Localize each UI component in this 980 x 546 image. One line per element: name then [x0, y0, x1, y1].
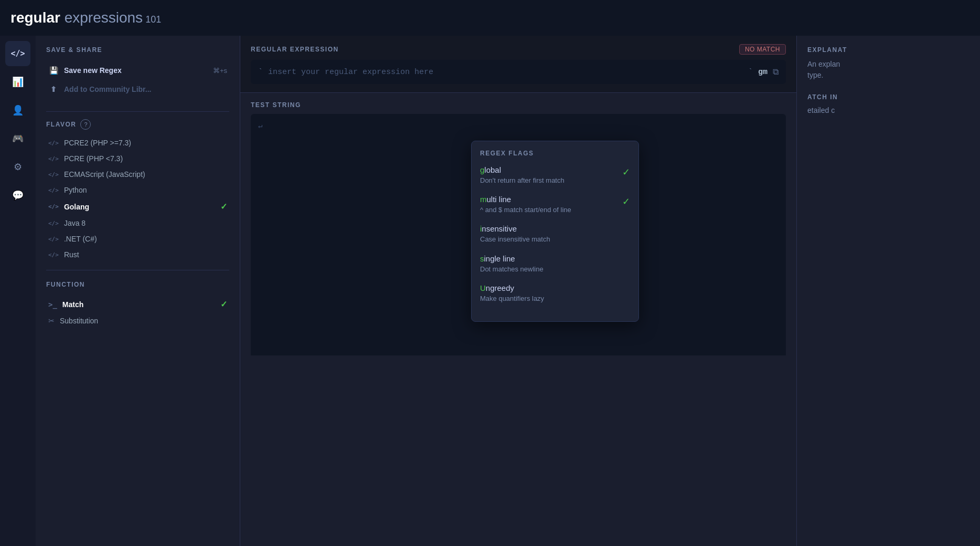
flag-item-singleline[interactable]: single line Dot matches newline [480, 254, 630, 274]
save-share-title: SAVE & SHARE [46, 46, 229, 54]
flag-insensitive-info: insensitive Case insensitive match [480, 224, 550, 244]
flavor-item-dotnet[interactable]: </> .NET (C#) [46, 231, 229, 247]
flag-global-desc: Don't return after first match [480, 176, 564, 185]
upload-icon: ⬆ [48, 84, 59, 94]
check-icon: ✓ [220, 299, 227, 309]
flavor-label: Java 8 [64, 219, 86, 227]
regex-flags[interactable]: gm [758, 68, 768, 77]
flag-insensitive-name: insensitive [480, 224, 550, 233]
save-icon: 💾 [48, 65, 59, 76]
substitution-icon: ✂ [48, 317, 55, 325]
code-bracket-icon: </> [48, 203, 59, 210]
sidebar-code-button[interactable]: </> [5, 41, 30, 66]
sidebar-stats-button[interactable]: 📊 [5, 69, 30, 94]
flavor-item-golang[interactable]: </> Golang ✓ [46, 198, 229, 215]
flag-rest: ulti line [487, 195, 512, 204]
regex-input-bar[interactable]: ` insert your regular expression here ` … [251, 60, 786, 84]
code-bracket-icon: </> [48, 140, 59, 146]
flag-highlight: U [480, 284, 486, 292]
flavor-label: ECMAScript (JavaScript) [64, 170, 145, 178]
function-title: FUNCTION [46, 281, 229, 288]
flags-dropdown: REGEX FLAGS global Don't return after fi… [471, 141, 639, 322]
sidebar-chat-button[interactable]: 💬 [5, 183, 30, 208]
explanation-text: An explantype. [807, 59, 970, 81]
flag-insensitive-desc: Case insensitive match [480, 235, 550, 244]
flag-highlight: m [480, 195, 487, 204]
flag-global-name: global [480, 165, 564, 174]
flavor-item-python[interactable]: </> Python [46, 182, 229, 198]
function-item-substitution[interactable]: ✂ Substitution [46, 313, 229, 329]
flag-ungreedy-desc: Make quantifiers lazy [480, 294, 544, 303]
regex-placeholder: insert your regular expression here [268, 68, 743, 77]
code-bracket-icon: </> [48, 220, 59, 227]
flag-multiline-check: ✓ [622, 196, 630, 207]
flavor-label: Golang [64, 203, 89, 211]
flavor-item-pcre2[interactable]: </> PCRE2 (PHP >=7.3) [46, 135, 229, 151]
chat-icon: 💬 [12, 190, 24, 201]
delimiter-open: ` [258, 68, 263, 77]
flag-rest: nsensitive [482, 224, 517, 233]
user-icon: 👤 [12, 104, 24, 116]
sidebar-settings-button[interactable]: ⚙ [5, 154, 30, 180]
flag-rest: ngreedy [486, 284, 514, 292]
divider-1 [46, 111, 229, 112]
flag-item-multiline[interactable]: multi line ^ and $ match start/end of li… [480, 195, 630, 215]
check-icon: ✓ [220, 202, 227, 212]
function-label: Substitution [60, 317, 98, 325]
flag-highlight: s [480, 254, 484, 263]
regex-label: REGULAR EXPRESSION no match [251, 44, 786, 55]
explanation-title: EXPLANAT [807, 46, 970, 54]
flag-singleline-info: single line Dot matches newline [480, 254, 544, 274]
flavor-item-ecmascript[interactable]: </> ECMAScript (JavaScript) [46, 166, 229, 182]
function-item-match[interactable]: >_ Match ✓ [46, 296, 229, 313]
right-panel: EXPLANAT An explantype. ATCH IN etailed … [796, 36, 980, 546]
main-layout: </> 📊 👤 🎮 ⚙ 💬 SAVE & SHARE 💾 Save new Re… [0, 36, 980, 546]
code-bracket-icon: </> [48, 187, 59, 194]
left-panel: SAVE & SHARE 💾 Save new Regex ⌘+s ⬆ Add … [36, 36, 240, 546]
logo-num: 101 [143, 14, 161, 25]
flag-multiline-name: multi line [480, 195, 571, 204]
sidebar-quiz-button[interactable]: 🎮 [5, 126, 30, 151]
add-community-button[interactable]: ⬆ Add to Community Libr... [46, 80, 229, 99]
flag-singleline-name: single line [480, 254, 544, 263]
top-bar: regular expressions 101 [0, 0, 980, 36]
delimiter-close: ` [748, 68, 753, 77]
regex-section-title: REGULAR EXPRESSION [251, 46, 339, 53]
function-section: FUNCTION >_ Match ✓ ✂ Substitution [46, 281, 229, 329]
logo-expressions: expressions [60, 9, 143, 26]
flavor-label: PCRE (PHP <7.3) [64, 154, 123, 163]
icon-sidebar: </> 📊 👤 🎮 ⚙ 💬 [0, 36, 36, 546]
flavor-help-icon[interactable]: ? [80, 119, 91, 130]
main-content: REGULAR EXPRESSION no match ` insert you… [240, 36, 796, 546]
save-new-label: Save new Regex [64, 66, 122, 75]
flag-multiline-info: multi line ^ and $ match start/end of li… [480, 195, 571, 215]
flag-item-global[interactable]: global Don't return after first match ✓ [480, 165, 630, 185]
flag-item-insensitive[interactable]: insensitive Case insensitive match [480, 224, 630, 244]
flavor-item-pcre[interactable]: </> PCRE (PHP <7.3) [46, 151, 229, 166]
flavor-item-rust[interactable]: </> Rust [46, 247, 229, 262]
flag-global-check: ✓ [622, 166, 630, 178]
flavor-label: .NET (C#) [64, 235, 97, 243]
save-shortcut: ⌘+s [213, 67, 227, 75]
match-info-title: ATCH IN [807, 93, 970, 101]
function-label: Match [62, 300, 83, 309]
match-info-text: etailed c [807, 106, 970, 114]
flavor-label: Python [64, 186, 87, 194]
flag-rest: lobal [484, 165, 501, 174]
flag-global-info: global Don't return after first match [480, 165, 564, 185]
flag-ungreedy-info: Ungreedy Make quantifiers lazy [480, 284, 544, 303]
flag-item-ungreedy[interactable]: Ungreedy Make quantifiers lazy [480, 284, 630, 303]
copy-icon[interactable]: ⧉ [773, 67, 779, 77]
code-icon: </> [10, 49, 25, 58]
code-bracket-icon: </> [48, 155, 59, 162]
flag-ungreedy-name: Ungreedy [480, 284, 544, 292]
flavor-label: Rust [64, 250, 79, 259]
code-bracket-icon: </> [48, 171, 59, 178]
save-new-regex-button[interactable]: 💾 Save new Regex ⌘+s [46, 61, 229, 80]
bar-chart-icon: 📊 [12, 76, 24, 88]
enter-symbol: ↵ [258, 122, 262, 130]
logo: regular expressions 101 [10, 9, 161, 26]
gear-icon: ⚙ [14, 161, 22, 173]
sidebar-user-button[interactable]: 👤 [5, 98, 30, 123]
flavor-item-java8[interactable]: </> Java 8 [46, 215, 229, 231]
